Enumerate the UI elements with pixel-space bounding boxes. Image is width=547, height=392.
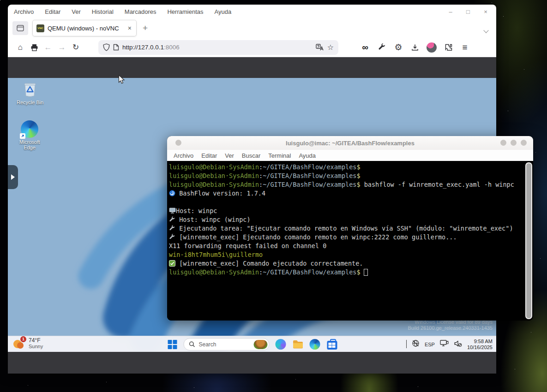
taskbar-store-button[interactable]	[326, 339, 338, 350]
browser-menus: ArchivoEditarVerHistorialMarcadoresHerra…	[14, 8, 231, 15]
terminal-menu-ver[interactable]: Ver	[225, 152, 234, 159]
weather-condition: Sunny	[29, 344, 43, 349]
no-internet-icon[interactable]	[412, 339, 420, 349]
search-placeholder: Search	[199, 341, 250, 348]
terminal-text-segment: ~/GITEA/BashFlow/examples	[263, 181, 356, 188]
terminal-menu-ayuda[interactable]: Ayuda	[299, 152, 316, 159]
terminal-body[interactable]: luisgulo@Debian·SysAdmin:~/GITEA/BashFlo…	[167, 161, 533, 321]
taskbar-edge-button[interactable]	[309, 339, 321, 350]
volume-muted-icon[interactable]	[454, 340, 462, 349]
print-button[interactable]	[27, 41, 41, 54]
watermark-line2: Build 26100.ge_release.240331-1435	[408, 325, 493, 331]
browser-menu-ayuda[interactable]: Ayuda	[214, 8, 231, 15]
terminal-text-segment: ~/GITEA/BashFlow/examples	[263, 172, 356, 179]
settings-gear-icon[interactable]: ⚙	[392, 41, 405, 54]
terminal-text-segment: [winremote_exec] Comando ejecutado corre…	[179, 260, 363, 267]
terminal-line: BashFlow version: 1.7.4	[169, 189, 522, 198]
search-highlight-image[interactable]	[254, 340, 268, 349]
display-connection-icon[interactable]	[440, 339, 449, 349]
scrollbar-thumb[interactable]	[526, 163, 531, 318]
terminal-text-segment: :	[259, 163, 263, 171]
edge-icon	[21, 120, 38, 138]
desktop-icon-recycle-bin[interactable]: Recycle Bin	[14, 81, 46, 105]
tab-close-icon[interactable]: ×	[127, 24, 132, 32]
tab-list-chevron-icon[interactable]	[484, 26, 488, 34]
extensions-button[interactable]	[442, 41, 455, 54]
terminal-line: win-i8ht7mhum5i\guillermo	[169, 250, 522, 259]
taskbar-copilot-button[interactable]	[275, 339, 287, 350]
browser-menu-ver[interactable]: Ver	[72, 8, 81, 15]
start-button[interactable]	[167, 339, 178, 350]
download-icon	[411, 44, 419, 51]
taskbar-file-explorer-button[interactable]	[292, 339, 304, 350]
maximize-button[interactable]: □	[465, 8, 471, 15]
tab-qemu-novnc[interactable]: VNC QEMU (windows) - noVNC ×	[33, 20, 136, 36]
terminal-text-segment: Ejecutando tarea: "Ejecutar comando remo…	[179, 225, 513, 232]
browser-menu-archivo[interactable]: Archivo	[14, 8, 34, 15]
terminal-line: [winremote_exec] Ejecutando comando remo…	[169, 233, 522, 242]
terminal-text-segment: :	[259, 268, 263, 276]
terminal-text-segment: Host: winpc (winpc)	[179, 216, 250, 223]
close-button[interactable]: ×	[482, 8, 489, 15]
forward-button[interactable]: →	[55, 41, 69, 54]
taskbar-clock[interactable]: 9:58 AM 10/16/2025	[467, 339, 493, 350]
novnc-control-bar-handle[interactable]	[8, 165, 18, 189]
shield-icon	[103, 43, 110, 51]
terminal-maximize-dot[interactable]	[511, 140, 517, 146]
browser-menu-historial[interactable]: Historial	[92, 8, 114, 15]
wrench-icon	[169, 233, 175, 241]
navigation-toolbar: ⌂ ← → ↻ http://127.0.0.1:8006 ☆ ∞ ⚙	[8, 38, 496, 57]
terminal-line: [winremote_exec] Comando ejecutado corre…	[169, 259, 522, 268]
folder-icon	[292, 340, 303, 349]
windows-logo-icon	[168, 340, 177, 349]
browser-menu-herramientas[interactable]: Herramientas	[167, 8, 203, 15]
profile-avatar[interactable]	[425, 41, 438, 54]
starfield	[0, 0, 0, 0]
desktop-icon-microsoft-edge[interactable]: Microsoft Edge	[14, 120, 45, 150]
terminal-text-segment: Host: winpc	[176, 207, 217, 214]
terminal-menu-terminal[interactable]: Terminal	[268, 152, 291, 159]
vnc-favicon: VNC	[36, 24, 44, 32]
terminal-text-segment: :	[259, 172, 263, 179]
new-tab-button[interactable]: +	[143, 23, 148, 33]
terminal-text-segment: luisgulo@Debian·SysAdmin	[169, 181, 259, 188]
terminal-window[interactable]: luisgulo@imac: ~/GITEA/BashFlow/examples…	[167, 136, 533, 321]
url-bar[interactable]: http://127.0.0.1:8006 ☆	[98, 40, 338, 55]
adblock-extension-icon[interactable]: ∞	[359, 41, 372, 54]
browser-menu-editar[interactable]: Editar	[45, 8, 60, 15]
edge-icon	[310, 339, 320, 350]
hamburger-menu-button[interactable]: ≡	[458, 41, 471, 54]
browser-menu-marcadores[interactable]: Marcadores	[125, 8, 156, 15]
desktop-icon-label: Microsoft Edge	[14, 139, 45, 150]
terminal-text-segment: luisgulo@Debian·SysAdmin	[169, 163, 259, 171]
terminal-menu-editar[interactable]: Editar	[201, 152, 217, 159]
terminal-scrollbar[interactable]	[525, 162, 532, 319]
firefox-view-button[interactable]	[12, 21, 28, 35]
back-button[interactable]: ←	[41, 41, 55, 54]
terminal-menubar: ArchivoEditarVerBuscarTerminalAyuda	[167, 150, 533, 161]
url-text[interactable]: http://127.0.0.1:8006	[122, 44, 313, 51]
terminal-titlebar[interactable]: luisgulo@imac: ~/GITEA/BashFlow/examples	[167, 136, 533, 150]
translate-icon[interactable]	[316, 44, 324, 51]
page-info-icon[interactable]	[113, 44, 119, 51]
terminal-line: luisgulo@Debian·SysAdmin:~/GITEA/BashFlo…	[169, 268, 522, 277]
spiral-icon	[169, 190, 175, 197]
home-button[interactable]: ⌂	[13, 41, 27, 54]
terminal-menu-buscar[interactable]: Buscar	[242, 152, 260, 159]
terminal-line: luisgulo@Debian·SysAdmin:~/GITEA/BashFlo…	[169, 172, 522, 180]
minimize-button[interactable]: –	[447, 8, 454, 15]
downloads-button[interactable]	[409, 41, 421, 54]
toolbar-right: ∞ ⚙ ≡	[359, 41, 471, 54]
terminal-minimize-dot[interactable]	[500, 140, 506, 146]
language-indicator[interactable]: ESP	[425, 342, 435, 347]
terminal-close-dot[interactable]	[521, 140, 527, 146]
terminal-text-segment: BashFlow version: 1.7.4	[179, 190, 265, 197]
bookmark-star-icon[interactable]: ☆	[327, 43, 334, 52]
terminal-menu-archivo[interactable]: Archivo	[174, 152, 193, 159]
terminal-window-dot-left[interactable]	[175, 140, 181, 146]
weather-widget[interactable]: 1 74°F Sunny	[13, 338, 43, 349]
reload-button[interactable]: ↻	[69, 41, 83, 54]
taskbar-search-box[interactable]: Search	[184, 338, 270, 350]
wrench-extension-icon[interactable]	[375, 41, 388, 54]
hidden-icons-chevron[interactable]	[406, 340, 407, 349]
